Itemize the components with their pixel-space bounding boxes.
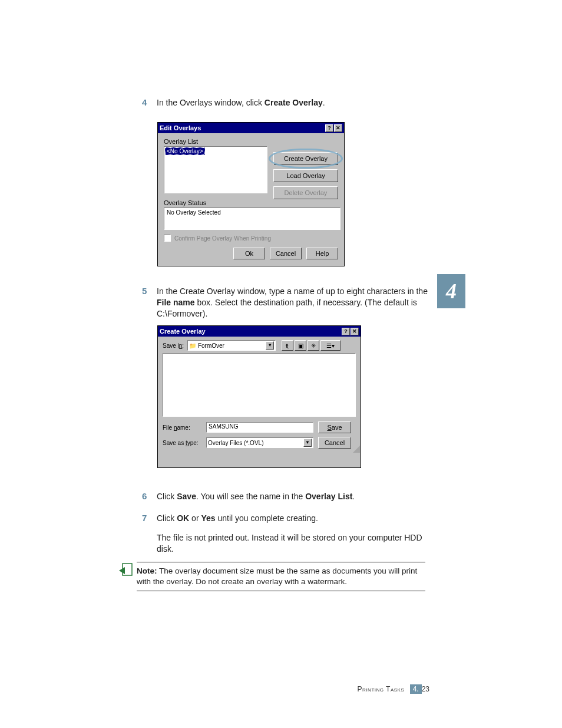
s7b1: OK <box>177 513 189 523</box>
overlay-list[interactable]: <No Overlay> <box>164 146 267 193</box>
resize-grip-icon[interactable] <box>353 446 360 453</box>
step4-post: . <box>323 98 325 107</box>
step-number-6: 6 <box>142 491 147 501</box>
desktop-icon[interactable]: ▣ <box>295 340 306 351</box>
save-as-type-combo[interactable]: Overlay Files (*.OVL) ▼ <box>206 437 313 448</box>
overlay-status-label: Overlay Status <box>164 199 338 206</box>
confirm-checkbox-row[interactable]: Confirm Page Overlay When Printing <box>164 235 338 242</box>
note-block: Note: The overlay document size must be … <box>137 562 425 591</box>
edit-overlays-titlebar: Edit Overlays ? ✕ <box>158 123 344 133</box>
s6b1: Save <box>177 492 196 501</box>
s7t3: until you complete creating. <box>216 513 318 523</box>
ok-button[interactable]: Ok <box>233 248 265 259</box>
view-menu-icon[interactable]: ☰▾ <box>320 340 340 351</box>
s7t1: Click <box>157 513 177 523</box>
create-overlay-title: Create Overlay <box>160 328 206 335</box>
delete-overlay-button: Delete Overlay <box>273 186 338 199</box>
step5-pre: In the Create Overlay window, type a nam… <box>157 286 428 296</box>
step5-text: In the Create Overlay window, type a nam… <box>157 286 434 319</box>
s7t2: or <box>189 513 201 523</box>
cancel-button[interactable]: Cancel <box>270 248 302 259</box>
confirm-label: Confirm Page Overlay When Printing <box>174 235 271 242</box>
create-overlay-button[interactable]: Create Overlay <box>273 152 338 165</box>
step4-pre: In the Overlays window, click <box>157 98 265 107</box>
chapter-tab: 4 <box>437 274 465 308</box>
overlay-status-box: No Overlay Selected <box>164 207 340 230</box>
new-folder-icon[interactable]: ✳ <box>308 340 319 351</box>
step5-post: box. Select the destination path, if nec… <box>157 298 417 318</box>
cancel-save-button[interactable]: Cancel <box>318 437 351 449</box>
step-number-7: 7 <box>142 513 147 523</box>
step-number-4: 4 <box>142 97 147 107</box>
step-number-5: 5 <box>142 286 147 296</box>
save-as-type-label: Save as type: <box>163 440 201 446</box>
s7para: The file is not printed out. Instead it … <box>157 533 422 554</box>
overlay-list-item[interactable]: <No Overlay> <box>165 147 205 155</box>
up-folder-icon[interactable]: ⮬ <box>282 340 293 351</box>
note-label: Note: <box>137 566 157 575</box>
chapter-number: 4 <box>446 279 457 304</box>
help-button[interactable]: Help <box>306 248 338 259</box>
chevron-down-icon[interactable]: ▼ <box>303 439 312 447</box>
s6t1: Click <box>157 492 177 501</box>
help-icon[interactable]: ? <box>325 124 333 132</box>
chevron-down-icon[interactable]: ▼ <box>266 341 274 350</box>
step4-text: In the Overlays window, click Create Ove… <box>157 97 463 108</box>
save-button[interactable]: Save <box>318 421 351 433</box>
load-overlay-button[interactable]: Load Overlay <box>273 169 338 182</box>
help-icon[interactable]: ? <box>342 328 350 335</box>
footer-section: Printing Tasks <box>358 685 405 693</box>
folder-icon: 📁 <box>189 342 196 349</box>
file-name-input[interactable]: SAMSUNG <box>206 422 313 433</box>
page-footer: Printing Tasks 4.23 <box>0 684 562 694</box>
close-icon[interactable]: ✕ <box>334 124 342 132</box>
confirm-checkbox[interactable] <box>164 235 171 242</box>
s6t2: . You will see the name in the <box>196 492 305 501</box>
step4-bold: Create Overlay <box>265 98 323 107</box>
create-overlay-titlebar: Create Overlay ? ✕ <box>158 326 361 337</box>
footer-chapter: 4. <box>413 685 419 693</box>
edit-overlays-title: Edit Overlays <box>160 124 201 131</box>
step7-text: Click OK or Yes until you complete creat… <box>157 513 434 555</box>
save-as-type-value: Overlay Files (*.OVL) <box>208 440 263 446</box>
note-text: The overlay document size must be the sa… <box>137 566 417 586</box>
save-in-value: FormOver <box>198 342 224 349</box>
create-overlay-dialog: Create Overlay ? ✕ Save in: 📁 FormOver ▼… <box>157 325 361 468</box>
edit-overlays-dialog: Edit Overlays ? ✕ Overlay List <No Overl… <box>157 122 345 266</box>
file-name-label: File name: <box>163 424 201 431</box>
note-icon <box>118 560 135 578</box>
file-list[interactable] <box>163 353 356 417</box>
step5-bold: File name <box>157 298 195 307</box>
close-icon[interactable]: ✕ <box>351 328 359 335</box>
footer-page: 23 <box>422 685 429 693</box>
step6-text: Click Save. You will see the name in the… <box>157 491 463 502</box>
overlay-list-label: Overlay List <box>164 138 338 145</box>
s6t3: . <box>352 492 355 501</box>
overlay-status-text: No Overlay Selected <box>167 209 221 216</box>
save-in-combo[interactable]: 📁 FormOver ▼ <box>187 340 276 351</box>
s7b2: Yes <box>201 513 215 523</box>
save-in-label: Save in: <box>163 342 184 349</box>
s6b2: Overlay List <box>305 492 352 501</box>
